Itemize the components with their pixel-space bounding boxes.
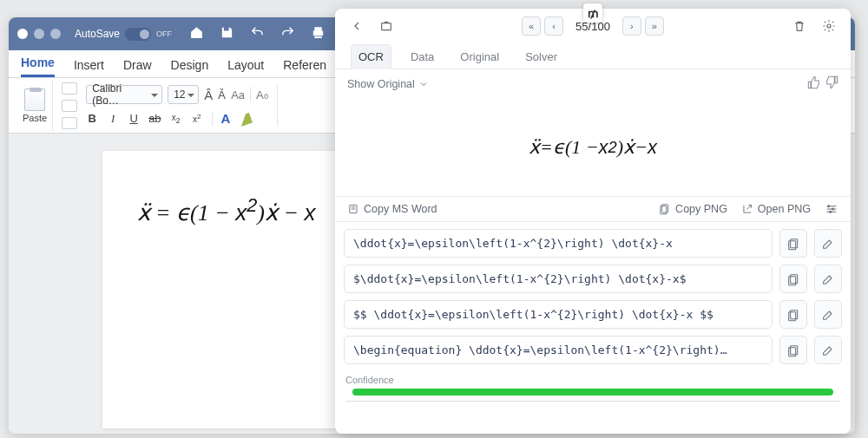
copy-icon[interactable] xyxy=(62,100,77,112)
undo-icon[interactable] xyxy=(250,25,265,43)
autosave-switch-icon[interactable] xyxy=(125,28,151,41)
grow-font-icon[interactable]: Â xyxy=(204,88,213,102)
ribbon-tab-layout[interactable]: Layout xyxy=(227,53,264,77)
edit-latex-button[interactable] xyxy=(814,265,842,293)
panel-tab-ocr[interactable]: OCR xyxy=(351,44,391,69)
latex-code[interactable]: $\ddot{x}=\epsilon\left(1-x^{2}\right) \… xyxy=(344,265,773,293)
clear-format-icon[interactable]: Aa xyxy=(231,88,245,101)
ocr-panel: ₥ « ‹ 55/100 › » OCR Data Original Solve… xyxy=(335,9,851,434)
latex-code[interactable]: \ddot{x}=\epsilon\left(1-x^{2}\right) \d… xyxy=(344,229,773,258)
panel-tab-original[interactable]: Original xyxy=(453,45,506,69)
panel-top-right xyxy=(788,15,840,37)
change-case-icon[interactable]: A₀ xyxy=(256,88,268,101)
highlight-button[interactable] xyxy=(239,113,251,125)
edit-latex-button[interactable] xyxy=(814,336,842,364)
copy-latex-button[interactable] xyxy=(779,229,807,258)
clipboard-mini-buttons xyxy=(62,82,77,129)
svg-point-1 xyxy=(827,24,831,28)
open-png-button[interactable]: Open PNG xyxy=(741,203,811,215)
style-row: B I U ab x2 x2 A xyxy=(86,111,268,126)
autosave-toggle[interactable]: AutoSave OFF xyxy=(75,28,172,41)
pager-next-button[interactable]: › xyxy=(622,16,641,36)
paste-group: Paste xyxy=(17,81,53,131)
svg-point-5 xyxy=(828,206,830,207)
svg-point-7 xyxy=(830,211,832,212)
latex-row: $$ \ddot{x}=\epsilon\left(1-x^{2}\right)… xyxy=(344,300,842,329)
save-icon[interactable] xyxy=(220,25,234,43)
copy-latex-button[interactable] xyxy=(779,300,807,329)
superscript-button[interactable]: x2 xyxy=(191,113,203,124)
font-size-select[interactable]: 12 xyxy=(168,85,199,104)
capture-icon[interactable] xyxy=(375,15,398,37)
latex-row: $\ddot{x}=\epsilon\left(1-x^{2}\right) \… xyxy=(344,265,842,293)
shrink-font-icon[interactable]: Ǎ xyxy=(218,88,226,101)
ribbon-tab-references[interactable]: Referen xyxy=(283,53,326,77)
copy-latex-button[interactable] xyxy=(779,265,807,293)
thumbs-down-icon[interactable] xyxy=(825,75,838,93)
format-painter-icon[interactable] xyxy=(62,117,77,129)
panel-tabs: OCR Data Original Solver xyxy=(335,43,851,69)
print-icon[interactable] xyxy=(311,25,326,43)
panel-tab-data[interactable]: Data xyxy=(404,45,441,69)
copy-latex-button[interactable] xyxy=(779,336,807,364)
bold-button[interactable]: B xyxy=(86,112,98,125)
confidence-section: Confidence xyxy=(335,371,851,410)
ribbon-tab-draw[interactable]: Draw xyxy=(123,53,152,77)
autosave-state: OFF xyxy=(156,29,172,38)
subscript-button[interactable]: x2 xyxy=(170,113,182,125)
back-button[interactable] xyxy=(345,15,368,37)
cut-icon[interactable] xyxy=(62,82,77,95)
autosave-label: AutoSave xyxy=(75,28,120,40)
ribbon-tab-insert[interactable]: Insert xyxy=(74,53,104,77)
action-bar: Copy MS Word Copy PNG Open PNG xyxy=(335,196,851,222)
home-icon[interactable] xyxy=(189,25,204,43)
italic-button[interactable]: I xyxy=(107,112,119,126)
font-name-select[interactable]: Calibri (Bo… xyxy=(86,85,162,104)
traffic-close-icon[interactable] xyxy=(17,29,28,39)
font-row: Calibri (Bo… 12 Â Ǎ Aa A₀ xyxy=(86,85,268,104)
settings-button[interactable] xyxy=(818,15,840,37)
chevron-down-icon xyxy=(418,79,429,89)
latex-code[interactable]: \begin{equation} \ddot{x}=\epsilon\left(… xyxy=(344,336,773,364)
titlebar-quick-icons xyxy=(189,25,356,43)
paste-label: Paste xyxy=(23,113,47,123)
rendered-equation: ẍ = ϵ(1 − x2)ẋ − x xyxy=(335,99,851,196)
thumbs-up-icon[interactable] xyxy=(807,75,821,93)
clipboard-icon[interactable] xyxy=(24,88,45,111)
confidence-label: Confidence xyxy=(345,375,840,385)
pager-last-button[interactable]: » xyxy=(645,16,664,36)
traffic-min-icon[interactable] xyxy=(34,29,44,39)
strike-button[interactable]: ab xyxy=(148,112,161,125)
delete-button[interactable] xyxy=(788,15,811,37)
window-traffic-lights[interactable] xyxy=(17,29,61,39)
svg-point-6 xyxy=(832,208,833,210)
pager-prev-button[interactable]: ‹ xyxy=(544,16,563,36)
svg-rect-0 xyxy=(382,23,391,30)
pager-first-button[interactable]: « xyxy=(522,16,541,36)
confidence-bar xyxy=(352,389,833,396)
redo-icon[interactable] xyxy=(280,25,295,43)
latex-code[interactable]: $$ \ddot{x}=\epsilon\left(1-x^{2}\right)… xyxy=(344,300,773,329)
traffic-max-icon[interactable] xyxy=(50,29,61,39)
feedback-votes xyxy=(807,75,838,93)
ribbon-tab-home[interactable]: Home xyxy=(21,50,55,77)
show-original-toggle[interactable]: Show Original xyxy=(347,78,429,90)
panel-subbar: Show Original xyxy=(335,69,851,99)
latex-row: \begin{equation} \ddot{x}=\epsilon\left(… xyxy=(344,336,842,364)
ribbon-tab-design[interactable]: Design xyxy=(171,53,209,77)
copy-msword-button[interactable]: Copy MS Word xyxy=(347,203,437,215)
copy-png-button[interactable]: Copy PNG xyxy=(659,203,727,215)
edit-latex-button[interactable] xyxy=(814,229,842,258)
latex-output-list: \ddot{x}=\epsilon\left(1-x^{2}\right) \d… xyxy=(335,222,851,371)
panel-tab-solver[interactable]: Solver xyxy=(518,45,564,69)
underline-button[interactable]: U xyxy=(128,112,140,125)
edit-latex-button[interactable] xyxy=(814,300,842,329)
actionbar-options-icon[interactable] xyxy=(825,202,838,216)
font-color-button[interactable]: A xyxy=(221,111,231,126)
panel-handle-icon[interactable]: ₥ xyxy=(583,3,602,23)
latex-row: \ddot{x}=\epsilon\left(1-x^{2}\right) \d… xyxy=(344,229,842,258)
